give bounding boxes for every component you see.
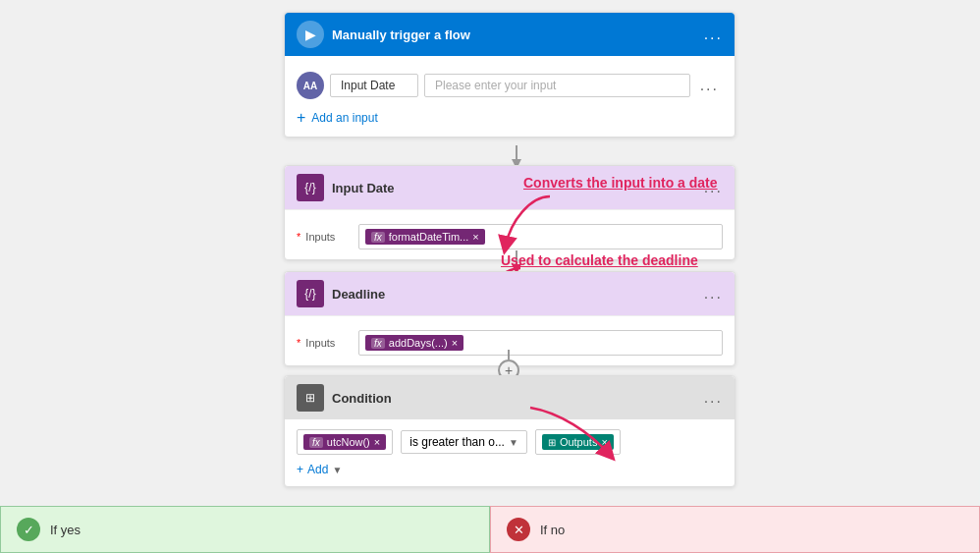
condition-dropdown-text: is greater than o... bbox=[409, 435, 505, 449]
deadline-icon: {/} bbox=[297, 280, 324, 307]
tag-text: formatDateTim... bbox=[389, 231, 469, 243]
deadline-header: {/} Deadline ... bbox=[285, 272, 735, 316]
condition-menu[interactable]: ... bbox=[704, 389, 723, 407]
deadline-tag-close[interactable]: × bbox=[452, 337, 458, 349]
add-row[interactable]: + Add ▼ bbox=[297, 463, 723, 476]
required-star: * bbox=[297, 231, 300, 243]
input-menu-button[interactable]: ... bbox=[696, 75, 723, 96]
add-chevron-icon: ▼ bbox=[332, 465, 342, 475]
canvas: ▶ Manually trigger a flow ... AA Input D… bbox=[0, 0, 980, 553]
condition-dropdown[interactable]: is greater than o... ▼ bbox=[401, 430, 527, 454]
condition-tag1-close[interactable]: × bbox=[374, 436, 380, 448]
trigger-body: AA Input Date Please enter your input ..… bbox=[285, 56, 735, 137]
add-input-label: Add an input bbox=[311, 111, 377, 125]
add-input-row[interactable]: + Add an input bbox=[297, 109, 723, 127]
annotation-arrow-3 bbox=[520, 403, 619, 462]
condition-header: ⊞ Condition ... bbox=[285, 376, 735, 419]
panel-yes: ✓ If yes bbox=[0, 506, 490, 553]
annotation-arrow-1 bbox=[471, 192, 589, 250]
condition-body: fx utcNow() × is greater than o... ▼ ⊞ O… bbox=[285, 419, 735, 486]
plus-icon: + bbox=[297, 109, 305, 127]
add-plus-icon: + bbox=[297, 463, 303, 476]
bottom-panels: ✓ If yes ✕ If no bbox=[0, 506, 980, 553]
condition-title: Condition bbox=[332, 391, 696, 406]
avatar: AA bbox=[297, 72, 324, 99]
deadline-menu[interactable]: ... bbox=[704, 285, 723, 303]
trigger-icon: ▶ bbox=[297, 21, 324, 48]
trigger-header: ▶ Manually trigger a flow ... bbox=[285, 13, 735, 56]
trigger-title: Manually trigger a flow bbox=[332, 28, 696, 42]
check-icon: ✓ bbox=[17, 518, 40, 541]
condition-card: ⊞ Condition ... fx utcNow() × is greater… bbox=[284, 375, 735, 487]
fx-icon-2: fx bbox=[371, 338, 385, 349]
line-before-plus bbox=[499, 350, 518, 359]
required-star-2: * bbox=[297, 337, 300, 349]
condition-tag1-text: utcNow() bbox=[327, 436, 370, 448]
input-label: Input Date bbox=[330, 74, 418, 97]
input-placeholder[interactable]: Please enter your input bbox=[424, 74, 690, 97]
annotation-converts: Converts the input into a date bbox=[523, 175, 718, 191]
inputs-label: Inputs bbox=[305, 231, 335, 243]
input-date-icon: {/} bbox=[297, 174, 324, 201]
condition-icon: ⊞ bbox=[297, 384, 324, 412]
trigger-menu[interactable]: ... bbox=[704, 26, 723, 43]
deadline-tag: fx addDays(...) × bbox=[365, 335, 463, 351]
trigger-card: ▶ Manually trigger a flow ... AA Input D… bbox=[284, 12, 735, 138]
trigger-input-row: AA Input Date Please enter your input ..… bbox=[297, 72, 723, 99]
condition-tag-1: fx utcNow() × bbox=[303, 434, 386, 450]
panel-no-label: If no bbox=[540, 523, 565, 537]
panel-yes-label: If yes bbox=[50, 523, 81, 537]
deadline-title: Deadline bbox=[332, 287, 696, 302]
condition-row: fx utcNow() × is greater than o... ▼ ⊞ O… bbox=[297, 429, 723, 455]
chevron-down-icon: ▼ bbox=[509, 437, 518, 448]
input-date-tag: fx formatDateTim... × bbox=[365, 229, 485, 245]
deadline-field-label: * Inputs bbox=[297, 337, 351, 349]
deadline-tag-text: addDays(...) bbox=[389, 337, 448, 349]
add-label: Add bbox=[307, 463, 328, 476]
fx-icon: fx bbox=[371, 232, 385, 243]
condition-tag-box-1[interactable]: fx utcNow() × bbox=[297, 429, 393, 455]
fx-icon-3: fx bbox=[309, 437, 323, 448]
deadline-inputs-label: Inputs bbox=[305, 337, 335, 349]
panel-no: ✕ If no bbox=[490, 506, 980, 553]
x-icon: ✕ bbox=[507, 518, 530, 541]
input-date-field-label: * Inputs bbox=[297, 231, 351, 243]
deadline-tag-box[interactable]: fx addDays(...) × bbox=[358, 330, 723, 356]
